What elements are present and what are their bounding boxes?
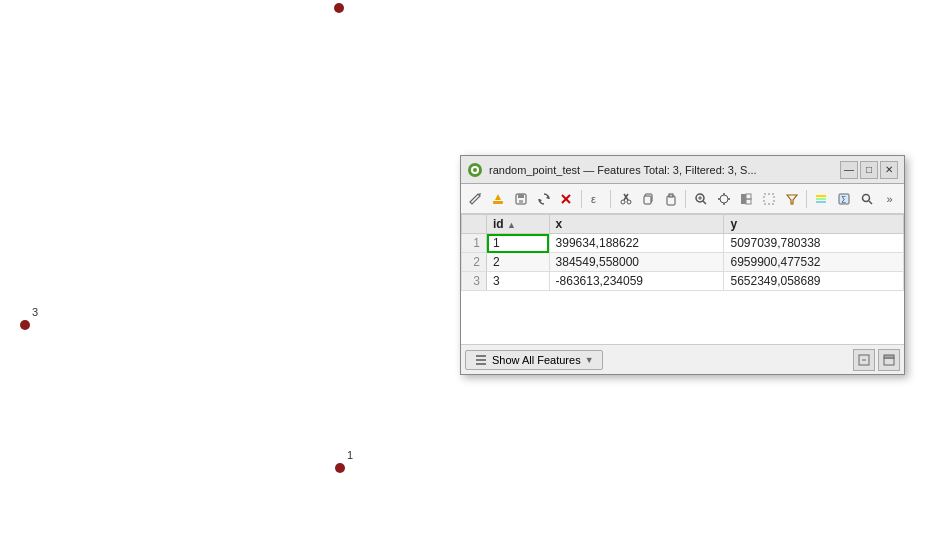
new-expression-icon[interactable]: ε <box>586 188 607 210</box>
edit-icon[interactable] <box>465 188 486 210</box>
map-point-1: 1 <box>335 463 345 473</box>
delete-selected-icon[interactable] <box>556 188 577 210</box>
map-point-3: 3 <box>20 320 30 330</box>
maximize-button[interactable]: □ <box>860 161 878 179</box>
table-row[interactable]: 3 3 -863613,234059 5652349,058689 <box>462 272 904 291</box>
svg-rect-26 <box>746 199 751 204</box>
window-title: random_point_test — Features Total: 3, F… <box>489 164 840 176</box>
save-edits-icon[interactable] <box>510 188 531 210</box>
attribute-table-toolbar: ε ∑ <box>461 184 904 214</box>
svg-point-35 <box>862 194 869 201</box>
point-label-1: 1 <box>347 449 353 461</box>
cell-id[interactable]: 2 <box>487 253 550 272</box>
column-y-header[interactable]: y <box>724 215 904 234</box>
point-dot-3 <box>20 320 30 330</box>
cell-y[interactable]: 5097039,780338 <box>724 234 904 253</box>
svg-rect-5 <box>518 194 524 198</box>
svg-rect-29 <box>764 194 774 204</box>
svg-text:ε: ε <box>591 193 596 205</box>
svg-rect-13 <box>644 196 651 204</box>
toggle-edits-icon[interactable] <box>488 188 509 210</box>
feature-table[interactable]: id ▲ x y 1 1 399634,188622 5097039,78033… <box>461 214 904 344</box>
deselect-icon[interactable] <box>759 188 780 210</box>
point-dot-1 <box>335 463 345 473</box>
svg-rect-15 <box>669 194 673 197</box>
pan-to-icon[interactable] <box>713 188 734 210</box>
row-number: 3 <box>462 272 487 291</box>
dock-table-icon[interactable] <box>878 349 900 371</box>
separator-4 <box>806 190 807 208</box>
table-footer: Show All Features ▼ <box>461 344 904 374</box>
sort-asc-icon: ▲ <box>507 220 516 230</box>
cell-y[interactable]: 6959900,477532 <box>724 253 904 272</box>
reload-icon[interactable] <box>533 188 554 210</box>
point-dot-2 <box>334 3 344 13</box>
cell-x[interactable]: 399634,188622 <box>549 234 724 253</box>
title-bar: random_point_test — Features Total: 3, F… <box>461 156 904 184</box>
search-features-icon[interactable] <box>857 188 878 210</box>
cell-y[interactable]: 5652349,058689 <box>724 272 904 291</box>
svg-line-36 <box>869 201 872 204</box>
svg-rect-32 <box>816 201 826 203</box>
close-button[interactable]: ✕ <box>880 161 898 179</box>
row-number-header <box>462 215 487 234</box>
table-row[interactable]: 1 1 399634,188622 5097039,780338 <box>462 234 904 253</box>
invert-selection-icon[interactable] <box>736 188 757 210</box>
svg-rect-3 <box>493 201 503 204</box>
svg-text:∑: ∑ <box>841 195 846 203</box>
conditional-formatting-icon[interactable] <box>811 188 832 210</box>
map-point-2: 2 <box>334 3 344 13</box>
svg-point-11 <box>627 200 631 204</box>
show-all-features-button[interactable]: Show All Features ▼ <box>465 350 603 370</box>
field-calculator-icon[interactable]: ∑ <box>834 188 855 210</box>
minimize-button[interactable]: — <box>840 161 858 179</box>
svg-rect-27 <box>746 194 751 199</box>
show-all-label: Show All Features <box>492 354 581 366</box>
attribute-table-window: random_point_test — Features Total: 3, F… <box>460 155 905 375</box>
zoom-map-icon[interactable] <box>690 188 711 210</box>
separator-2 <box>610 190 611 208</box>
row-number: 2 <box>462 253 487 272</box>
svg-rect-43 <box>884 355 894 358</box>
cell-x[interactable]: 384549,558000 <box>549 253 724 272</box>
more-options-icon[interactable]: » <box>879 188 900 210</box>
show-all-dropdown-icon: ▼ <box>585 355 594 365</box>
footer-buttons <box>853 349 900 371</box>
copy-icon[interactable] <box>638 188 659 210</box>
cell-id[interactable]: 1 <box>487 234 550 253</box>
row-number: 1 <box>462 234 487 253</box>
svg-point-2 <box>473 168 477 172</box>
cell-id[interactable]: 3 <box>487 272 550 291</box>
svg-rect-25 <box>741 194 746 199</box>
separator-3 <box>685 190 686 208</box>
svg-line-17 <box>703 201 706 204</box>
svg-point-20 <box>720 195 728 203</box>
svg-rect-31 <box>816 198 826 200</box>
show-all-icon <box>474 354 488 366</box>
window-controls: — □ ✕ <box>840 161 898 179</box>
svg-rect-6 <box>519 200 523 204</box>
point-label-2: 2 <box>346 0 352 1</box>
expand-table-icon[interactable] <box>853 349 875 371</box>
svg-point-10 <box>621 200 625 204</box>
cut-icon[interactable] <box>615 188 636 210</box>
column-id-header[interactable]: id ▲ <box>487 215 550 234</box>
cell-x[interactable]: -863613,234059 <box>549 272 724 291</box>
svg-rect-30 <box>816 195 826 197</box>
column-x-header[interactable]: x <box>549 215 724 234</box>
paste-icon[interactable] <box>661 188 682 210</box>
qgis-icon <box>467 162 483 178</box>
table-row[interactable]: 2 2 384549,558000 6959900,477532 <box>462 253 904 272</box>
separator-1 <box>581 190 582 208</box>
svg-rect-28 <box>741 199 746 204</box>
point-label-3: 3 <box>32 306 38 318</box>
filter-icon[interactable] <box>781 188 802 210</box>
svg-rect-42 <box>884 358 894 365</box>
